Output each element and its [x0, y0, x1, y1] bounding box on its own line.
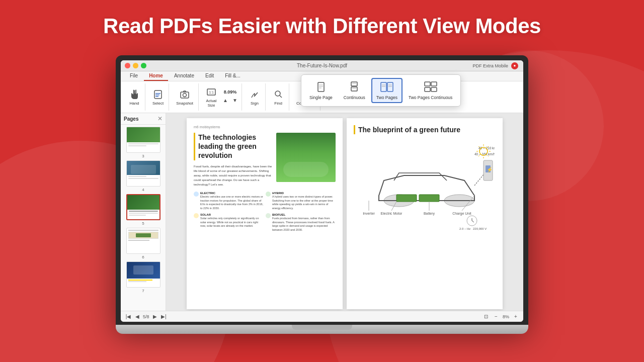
select-label: Select	[152, 101, 164, 106]
maximize-button[interactable]	[141, 63, 146, 68]
svg-rect-1	[155, 93, 160, 94]
laptop-notch	[292, 325, 352, 330]
zoom-up-button[interactable]: ▲	[221, 96, 230, 105]
biofuel-label: BIOFUEL	[272, 213, 336, 217]
page-navigation: |◀ ◀ 5/8 ▶ ▶|	[125, 313, 168, 320]
svg-text:Charge Unit: Charge Unit	[452, 212, 471, 216]
blueprint-diagram: ⚡ Inverter Electric Motor Battery Charge…	[354, 140, 495, 241]
zoom-value: 8.09%	[224, 89, 237, 95]
fit-page-button[interactable]: ⊡	[482, 313, 490, 320]
tab-home[interactable]: Home	[144, 71, 168, 81]
find-label: Find	[274, 101, 282, 106]
two-pages-label: Two Pages	[376, 95, 397, 100]
single-page-button[interactable]: Single Page	[304, 78, 338, 103]
select-group: Select	[147, 83, 169, 111]
snapshot-button[interactable]: Snapshot	[173, 87, 196, 107]
minimize-button[interactable]	[133, 63, 138, 68]
two-pages-continuous-icon	[424, 81, 438, 93]
hybrid-item: HYBRID A hybrid uses two or more distinc…	[266, 191, 336, 211]
two-pages-button[interactable]: Two Pages	[371, 78, 403, 103]
window-chrome: The-Future-Is-Now.pdf PDF Extra Mobile ●…	[121, 60, 523, 322]
svg-text:⚡: ⚡	[487, 166, 493, 173]
hand-tool-button[interactable]: Hand	[126, 87, 143, 107]
thumbnail-5[interactable]: 5	[123, 194, 164, 226]
select-tool-button[interactable]: Select	[149, 87, 167, 107]
continuous-button[interactable]: Continuous	[339, 78, 370, 103]
hand-icon	[129, 89, 140, 100]
page-indicator: 5/8	[143, 314, 149, 319]
pdf-page-left: m6 mobisystems The technologies leading …	[187, 118, 343, 309]
single-page-label: Single Page	[309, 95, 333, 100]
actual-size-button[interactable]: 1:1 Actual Size	[203, 85, 220, 109]
pages-panel-title: Pages	[124, 116, 138, 122]
screen-bezel: The-Future-Is-Now.pdf PDF Extra Mobile ●…	[116, 55, 528, 325]
biofuel-icon	[266, 213, 271, 218]
next-page-button[interactable]: ▶	[151, 313, 158, 320]
svg-rect-19	[318, 82, 324, 92]
svg-rect-43	[396, 195, 417, 202]
electric-label: ELECTRIC	[200, 191, 264, 195]
tool-group: Hand	[124, 83, 145, 111]
title-bar: The-Future-Is-Now.pdf PDF Extra Mobile ●	[121, 60, 523, 71]
actual-size-label: Actual	[206, 99, 217, 103]
close-panel-button[interactable]: ✕	[157, 115, 163, 122]
prev-page-button[interactable]: ◀	[134, 313, 141, 320]
thumbnail-6[interactable]: 6	[123, 228, 164, 259]
first-page-button[interactable]: |◀	[125, 313, 132, 320]
thumbnail-image-5	[126, 194, 160, 220]
find-group: Find	[268, 83, 289, 111]
thumbnail-num-5: 5	[142, 221, 144, 226]
tab-file[interactable]: File	[125, 71, 143, 81]
svg-text:Electric Motor: Electric Motor	[381, 212, 403, 215]
zoom-group: 1:1 Actual Size 8.09%	[201, 83, 242, 111]
pages-panel: Pages ✕	[121, 113, 166, 311]
thumbnail-num-6: 6	[142, 255, 144, 259]
close-button[interactable]	[125, 63, 130, 68]
thumbnail-7[interactable]: 7	[123, 261, 164, 293]
hybrid-icon	[266, 192, 271, 197]
current-page: 5	[143, 314, 145, 319]
svg-rect-34	[431, 82, 437, 86]
zoom-controls: ⊡ − 8% +	[482, 313, 519, 320]
sign-icon	[249, 89, 260, 100]
zoom-in-button[interactable]: +	[512, 313, 519, 320]
tab-edit[interactable]: Edit	[200, 71, 219, 81]
actual-size-icon: 1:1	[206, 86, 217, 98]
pdf-page-right: The blueprint of a green future	[347, 118, 503, 309]
thumbnail-4[interactable]: 4	[123, 160, 164, 192]
biofuel-text: BIOFUEL Fuels produced from biomass, rat…	[272, 213, 336, 232]
svg-text:1:1: 1:1	[209, 90, 214, 94]
electric-item: ELECTRIC Electric vehicles use one or mo…	[194, 191, 264, 211]
svg-rect-3	[155, 96, 158, 97]
actual-size-label2: Size	[208, 103, 215, 108]
zoom-out-button[interactable]: −	[493, 313, 500, 320]
two-pages-continuous-button[interactable]: Two Pages Continuous	[404, 78, 457, 103]
electric-text: ELECTRIC Electric vehicles use one or mo…	[200, 191, 264, 211]
svg-rect-44	[419, 195, 439, 202]
view-modes-popup: Single Page Continuous	[301, 74, 461, 107]
single-page-icon	[314, 81, 328, 93]
laptop-base	[116, 325, 528, 334]
svg-point-8	[275, 91, 280, 96]
tab-annotate[interactable]: Annotate	[169, 71, 199, 81]
two-pages-icon	[380, 81, 394, 93]
thumbnail-num-7: 7	[142, 289, 144, 293]
svg-rect-33	[425, 82, 430, 86]
total-pages: 8	[147, 314, 149, 319]
sign-button[interactable]: Sign	[246, 87, 263, 107]
sign-group: Sign	[244, 83, 266, 111]
svg-point-5	[183, 93, 187, 97]
hand-label: Hand	[129, 101, 139, 106]
svg-rect-35	[425, 87, 430, 92]
tab-fill[interactable]: Fill &...	[220, 71, 246, 81]
find-icon	[273, 89, 284, 100]
solar-item: SOLAR Solar vehicles rely completely or …	[194, 213, 264, 232]
svg-rect-36	[431, 87, 437, 92]
zoom-down-button[interactable]: ▼	[230, 96, 239, 105]
app-name: PDF Extra Mobile	[472, 63, 508, 68]
last-page-button[interactable]: ▶|	[160, 313, 168, 320]
thumbnail-image-6	[126, 228, 160, 254]
find-button[interactable]: Find	[270, 87, 287, 107]
thumbnail-3[interactable]: 3	[123, 127, 164, 158]
right-page-title: The blueprint of a green future	[354, 125, 496, 134]
